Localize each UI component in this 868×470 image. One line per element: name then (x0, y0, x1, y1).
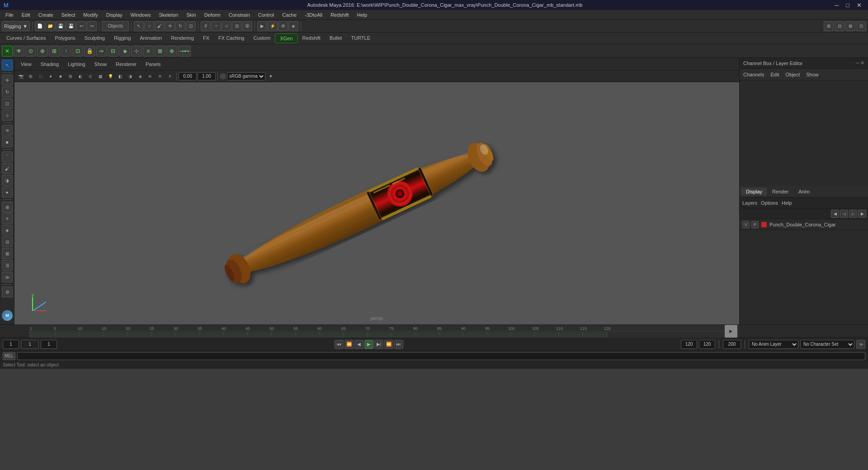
vp-cam-btn[interactable]: 📷 (16, 72, 25, 81)
save-as-btn[interactable]: 💾 (66, 21, 76, 31)
snap-grid-btn[interactable]: # (201, 21, 211, 31)
redo-btn[interactable]: ↪ (87, 21, 97, 31)
quick-layout-btn1[interactable]: ⊞ (824, 21, 834, 31)
menu-deform[interactable]: Deform (201, 11, 224, 19)
manip-pivot[interactable]: ⊞ (2, 202, 13, 212)
range-end-input[interactable] (699, 340, 715, 349)
quick-layout-btn3[interactable]: ⊠ (845, 21, 855, 31)
xgen-select-btn[interactable]: ✕ (2, 46, 13, 56)
vp-shadow-btn[interactable]: ◧ (116, 72, 125, 81)
paint-tool[interactable]: 🖌 (2, 163, 13, 174)
layer-manager[interactable]: ≡ (2, 213, 13, 224)
tab-custom[interactable]: Custom (249, 33, 275, 43)
object-tab[interactable]: Object (783, 71, 802, 78)
xgen-tool-btn2[interactable]: ⊕ (37, 46, 48, 56)
show-hide[interactable]: ■ (2, 136, 13, 147)
vp-ao-btn[interactable]: ◑ (126, 72, 135, 81)
next-frame-btn[interactable]: ▶| (374, 340, 383, 349)
attr-editor-btn[interactable]: ⊟ (2, 236, 13, 247)
script-editor-btn[interactable]: ≫ (2, 272, 13, 282)
layer-back-btn[interactable]: ◁ (840, 210, 848, 218)
snap-curve-btn[interactable]: ~ (211, 21, 221, 31)
viewport-canvas[interactable]: persp z y x (14, 82, 739, 324)
menu-help[interactable]: Help (354, 11, 371, 19)
display-tab[interactable]: Display (741, 188, 767, 196)
render-btn[interactable]: ▶ (257, 21, 267, 31)
vp-wireframe-btn[interactable]: □ (36, 72, 45, 81)
xgen-tool-btn4[interactable]: ↑ (61, 46, 71, 56)
close-button[interactable]: ✕ (854, 2, 864, 9)
layer-help-tab[interactable]: Help (782, 200, 792, 206)
menu-display[interactable]: Display (103, 11, 126, 19)
menu-skeleton[interactable]: Skeleton (155, 11, 182, 19)
xgen-tool-btn7[interactable]: ⇒ (96, 46, 107, 56)
panel-close-btn[interactable]: ✕ (860, 60, 864, 66)
ipr-btn[interactable]: ⚡ (268, 21, 278, 31)
vp-value2-input[interactable] (198, 72, 216, 80)
channel-box-btn[interactable]: ☰ (2, 260, 13, 271)
layers-tab[interactable]: Layers (742, 200, 757, 206)
move-tool[interactable]: ✛ (2, 75, 13, 85)
xgen-tool-btn9[interactable]: ◈ (119, 46, 130, 56)
objects-btn[interactable]: Objects (102, 21, 129, 31)
character-set-select[interactable]: No Character Set (800, 340, 854, 349)
xgen-tool-btn10[interactable]: ⊹ (131, 46, 142, 56)
layer-next-btn[interactable]: ▶ (858, 210, 866, 218)
viewport-shading-menu[interactable]: Shading (38, 61, 61, 68)
xgen-tool-btn8[interactable]: ⊟ (108, 46, 118, 56)
select-tool-btn[interactable]: ↖ (134, 21, 144, 31)
vp-xray-joints[interactable]: ⊙ (86, 72, 95, 81)
quick-layout-btn2[interactable]: ⊟ (835, 21, 844, 31)
vp-settings-btn[interactable]: ▼ (266, 72, 275, 81)
vp-2d-pan[interactable]: ✛ (156, 72, 165, 81)
script-editor-small-btn[interactable]: ≫ (856, 340, 865, 349)
frame-marker-input[interactable] (41, 340, 57, 349)
tab-fx[interactable]: FX (198, 33, 214, 43)
paint-sel-btn[interactable]: 🖌 (155, 21, 165, 31)
color-space-select[interactable]: sRGB gamma (227, 72, 265, 80)
menu-edit[interactable]: Edit (18, 11, 34, 19)
panel-minimize-btn[interactable]: ─ (856, 60, 859, 66)
render-tab[interactable]: Render (768, 188, 793, 196)
tab-xgen[interactable]: XGen (275, 33, 297, 43)
curve-tool[interactable]: ⌒ (2, 151, 13, 162)
edit-tab[interactable]: Edit (769, 71, 781, 78)
anim-layer-select[interactable]: No Anim Layer (749, 340, 798, 349)
soft-mod[interactable]: ≋ (2, 125, 13, 136)
menu-select[interactable]: Select (58, 11, 79, 19)
xgen-tool-btn1[interactable]: ⊙ (25, 46, 36, 56)
hypershade-btn[interactable]: ◈ (288, 21, 298, 31)
universal-manip[interactable]: ⊹ (2, 110, 13, 121)
mel-command-input[interactable] (17, 352, 865, 360)
xgen-tool-btn12[interactable]: ⊠ (155, 46, 165, 56)
viewport-lighting-menu[interactable]: Lighting (65, 61, 88, 68)
vp-motion-blur[interactable]: ≋ (146, 72, 155, 81)
xgen-tool-btn13[interactable]: ⊕ (166, 46, 177, 56)
vp-xray-btn[interactable]: ◐ (76, 72, 85, 81)
options-tab[interactable]: Options (761, 200, 778, 206)
play-fwd-btn[interactable]: ▶ (364, 340, 373, 349)
vp-flat-btn[interactable]: ■ (56, 72, 65, 81)
tab-rendering[interactable]: Rendering (166, 33, 198, 43)
restore-button[interactable]: □ (843, 2, 852, 9)
scale-tool-btn[interactable]: ⊡ (186, 21, 196, 31)
playback-end-input[interactable] (681, 340, 697, 349)
menu-modify[interactable]: Modify (80, 11, 101, 19)
viewport-renderer-menu[interactable]: Renderer (113, 61, 139, 68)
viewport[interactable]: View Shading Lighting Show Renderer Pane… (14, 58, 739, 324)
prev-frame-btn[interactable]: ◀ (354, 340, 363, 349)
tab-rigging[interactable]: Rigging (109, 33, 135, 43)
scale-tool[interactable]: ⊡ (2, 98, 13, 109)
lasso-tool-btn[interactable]: ○ (144, 21, 154, 31)
menu-create[interactable]: Create (35, 11, 57, 19)
quick-layout-btn4[interactable]: ⊡ (856, 21, 866, 31)
rotate-tool[interactable]: ↻ (2, 86, 13, 97)
viewport-panels-menu[interactable]: Panels (143, 61, 164, 68)
xgen-camera-btn[interactable]: 👁 (14, 46, 24, 56)
undo-btn[interactable]: ↩ (76, 21, 86, 31)
layer-prev-btn[interactable]: ◀ (831, 210, 839, 218)
step-back-btn[interactable]: ⏪ (344, 340, 354, 349)
hypershade-btn2[interactable]: ◈ (2, 225, 13, 235)
menu-file[interactable]: File (2, 11, 17, 19)
viewport-show-menu[interactable]: Show (92, 61, 110, 68)
